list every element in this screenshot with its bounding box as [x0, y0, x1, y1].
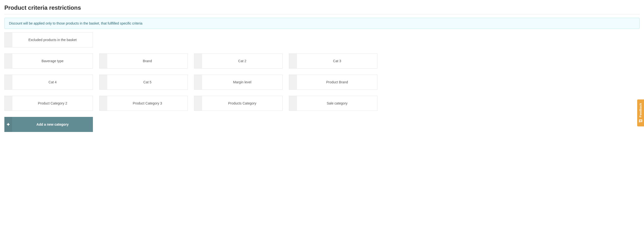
- card-handle: [194, 54, 202, 68]
- category-card-cat-3[interactable]: Cat 3: [289, 53, 378, 68]
- card-label: Sale category: [297, 96, 377, 111]
- card-handle: [289, 75, 297, 89]
- card-label: Product Category 3: [107, 96, 188, 111]
- card-handle: [194, 96, 202, 111]
- card-handle: [100, 54, 107, 68]
- card-handle: [194, 75, 202, 89]
- card-label: Cat 2: [202, 54, 282, 68]
- category-card-cat-5[interactable]: Cat 5: [99, 75, 188, 90]
- category-card-sale-category[interactable]: Sale category: [289, 96, 378, 111]
- card-label: Cat 3: [297, 54, 377, 68]
- section-divider: [4, 14, 640, 14]
- page-title: Product criteria restrictions: [4, 4, 640, 11]
- card-label: Baverage type: [12, 54, 93, 68]
- add-button-label: Add a new category: [12, 117, 93, 132]
- card-label: Product Category 2: [12, 96, 93, 111]
- add-category-button[interactable]: ✚ Add a new category: [4, 117, 93, 132]
- category-card-baverage-type[interactable]: Baverage type: [4, 53, 93, 68]
- category-card-product-category-3[interactable]: Product Category 3: [99, 96, 188, 111]
- card-label: Products Category: [202, 96, 282, 111]
- category-card-cat-2[interactable]: Cat 2: [194, 53, 282, 68]
- card-label: Excluded products in the basket: [12, 32, 93, 47]
- card-handle: [4, 75, 12, 89]
- plus-icon: ✚: [7, 122, 10, 126]
- card-label: Cat 5: [107, 75, 188, 89]
- card-handle: [4, 96, 12, 111]
- card-label: Cat 4: [12, 75, 93, 89]
- category-card-product-brand[interactable]: Product Brand: [289, 75, 378, 90]
- category-card-margin-level[interactable]: Margin level: [194, 75, 282, 90]
- category-card-products-category[interactable]: Products Category: [194, 96, 282, 111]
- info-banner-text: Discount will be applied only to those p…: [9, 21, 142, 25]
- card-handle: [289, 54, 297, 68]
- info-banner: Discount will be applied only to those p…: [4, 18, 640, 29]
- card-label: Margin level: [202, 75, 282, 89]
- excluded-products-card[interactable]: Excluded products in the basket: [4, 32, 93, 47]
- card-handle: [100, 96, 107, 111]
- plus-icon-zone: ✚: [4, 117, 12, 132]
- card-label: Product Brand: [297, 75, 377, 89]
- category-card-product-category-2[interactable]: Product Category 2: [4, 96, 93, 111]
- feedback-label: Feedback: [639, 103, 642, 117]
- card-label: Brand: [107, 54, 188, 68]
- card-handle: [100, 75, 107, 89]
- card-handle: [4, 54, 12, 68]
- card-handle: [4, 32, 12, 47]
- category-card-brand[interactable]: Brand: [99, 53, 188, 68]
- category-card-cat-4[interactable]: Cat 4: [4, 75, 93, 90]
- feedback-tab[interactable]: Feedback: [637, 99, 644, 126]
- feedback-icon: [639, 119, 642, 123]
- card-handle: [289, 96, 297, 111]
